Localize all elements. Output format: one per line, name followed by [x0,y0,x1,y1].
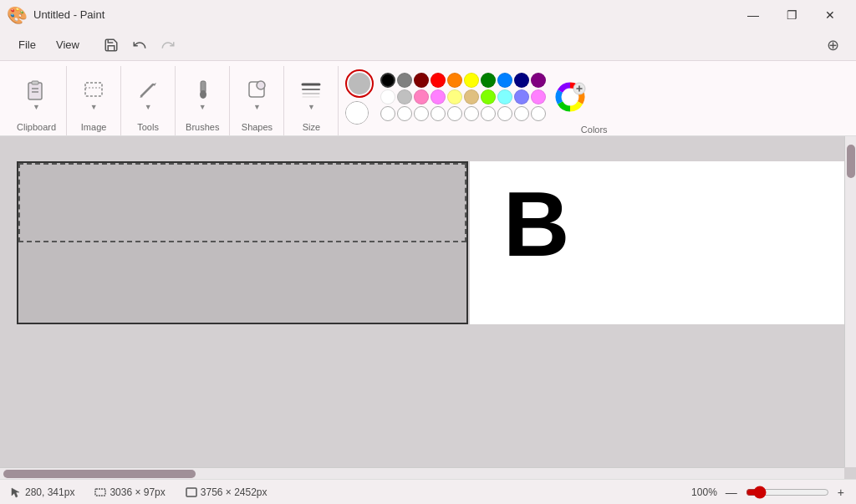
pencil-tool[interactable]: ▼ [131,74,165,115]
status-bar: 280, 341px 3036 × 97px 3756 × 2452px 100… [0,479,856,504]
svg-marker-7 [153,83,156,86]
ribbon-size: ▼ Size [284,66,339,135]
tools-label: Tools [137,122,159,132]
clipboard-tool[interactable]: ▼ [20,74,54,115]
menu-file[interactable]: File [10,35,44,54]
canvas-size-icon [186,486,197,498]
colors-content [345,69,843,125]
menu-bar: File View ⊕ [0,29,856,61]
color-swatch-empty-6[interactable] [481,106,496,121]
color1-swatch [349,73,370,94]
color-swatch-1-0[interactable] [380,89,395,104]
size-label: Size [303,122,320,132]
toolbar-actions [98,32,181,59]
color-swatch-empty-5[interactable] [464,106,479,121]
window-controls: — ❐ ✕ [734,0,849,29]
cursor-position: 280, 341px [10,486,74,498]
share-button[interactable]: ⊕ [819,32,846,59]
color1-selector[interactable] [345,69,374,98]
color-swatch-empty-3[interactable] [431,106,446,121]
color-swatch-0-3[interactable] [431,73,446,88]
color-swatch-0-0[interactable] [380,73,395,88]
color-swatch-1-1[interactable] [397,89,412,104]
title-bar: 🎨 Untitled - Paint — ❐ ✕ [0,0,856,29]
shapes-label: Shapes [242,122,273,132]
color-swatch-0-2[interactable] [414,73,429,88]
selection-label: 3036 × 97px [110,486,165,498]
color-row-3 [380,106,546,121]
scrollbar-bottom[interactable] [0,467,844,479]
ribbon-image-content: ▼ [77,66,110,122]
menu-view[interactable]: View [48,35,88,54]
minimize-button[interactable]: — [734,0,772,29]
brush-tool[interactable]: ▼ [186,74,219,115]
save-button[interactable] [98,32,125,59]
color-swatch-1-9[interactable] [531,89,546,104]
color-swatch-0-5[interactable] [464,73,479,88]
maximize-button[interactable]: ❐ [772,0,811,29]
color-swatch-0-8[interactable] [514,73,529,88]
canvas-area[interactable]: B [0,136,856,479]
image-select-tool[interactable]: ▼ [77,74,110,115]
undo-button[interactable] [126,32,153,59]
color-swatch-1-4[interactable] [447,89,462,104]
color-swatch-0-9[interactable] [531,73,546,88]
color-swatch-1-2[interactable] [414,89,429,104]
color-swatch-1-7[interactable] [497,89,512,104]
svg-rect-24 [186,488,196,496]
svg-rect-4 [85,83,102,96]
selection-icon [94,486,106,498]
ribbon-shapes-content: ▼ [240,66,273,122]
color2-selector[interactable] [345,101,369,125]
title-left: 🎨 Untitled - Paint [7,5,104,25]
scrollbar-right[interactable] [844,136,856,467]
color-swatch-empty-1[interactable] [397,106,412,121]
color-swatch-empty-0[interactable] [380,106,395,121]
ribbon-tools: ▼ Tools [121,66,176,135]
color-selectors [345,69,374,125]
color-swatch-1-6[interactable] [481,89,496,104]
color-swatch-empty-8[interactable] [514,106,529,121]
ribbon-brushes-content: ▼ [186,66,219,122]
color-swatch-1-8[interactable] [514,89,529,104]
color-swatch-empty-7[interactable] [497,106,512,121]
ribbon-clipboard-content: ▼ [20,66,54,122]
zoom-slider[interactable] [746,486,829,499]
color-swatch-empty-2[interactable] [414,106,429,121]
zoom-in-button[interactable]: + [836,486,846,499]
color-swatch-0-7[interactable] [497,73,512,88]
svg-point-10 [200,90,206,99]
color-swatch-0-1[interactable] [397,73,412,88]
cursor-label: 280, 341px [25,486,74,498]
svg-rect-1 [32,81,38,84]
status-left: 280, 341px 3036 × 97px 3756 × 2452px [10,486,268,498]
color-swatch-1-3[interactable] [431,89,446,104]
color-row-2 [380,89,546,104]
close-button[interactable]: ✕ [811,0,849,29]
shapes-tool[interactable]: ▼ [240,74,273,115]
canvas-size: 3756 × 2452px [186,486,268,498]
redo-button[interactable] [155,32,181,59]
size-tool[interactable]: ▼ [294,74,328,115]
color-swatch-1-5[interactable] [464,89,479,104]
clipboard-label: Clipboard [17,122,56,132]
zoom-out-button[interactable]: — [724,486,739,499]
image-label: Image [81,122,107,132]
edit-colors-button[interactable] [553,78,591,116]
svg-line-6 [141,84,153,96]
color-swatch-empty-4[interactable] [447,106,462,121]
color2-swatch [346,102,368,124]
ribbon-shapes: ▼ Shapes [230,66,284,135]
scrollbar-bottom-thumb[interactable] [3,470,196,478]
scrollbar-right-thumb[interactable] [847,145,855,178]
svg-rect-0 [28,83,42,99]
color-grid [380,73,546,121]
color-swatch-empty-9[interactable] [531,106,546,121]
ribbon-tools-content: ▼ [131,66,165,122]
ribbon-size-content: ▼ [294,66,328,122]
color-swatch-0-4[interactable] [447,73,462,88]
color-swatch-0-6[interactable] [481,73,496,88]
zoom-level: 100% [691,486,717,498]
ribbon: ▼ Clipboard ▼ Image [0,61,856,136]
app-icon: 🎨 [7,5,27,25]
